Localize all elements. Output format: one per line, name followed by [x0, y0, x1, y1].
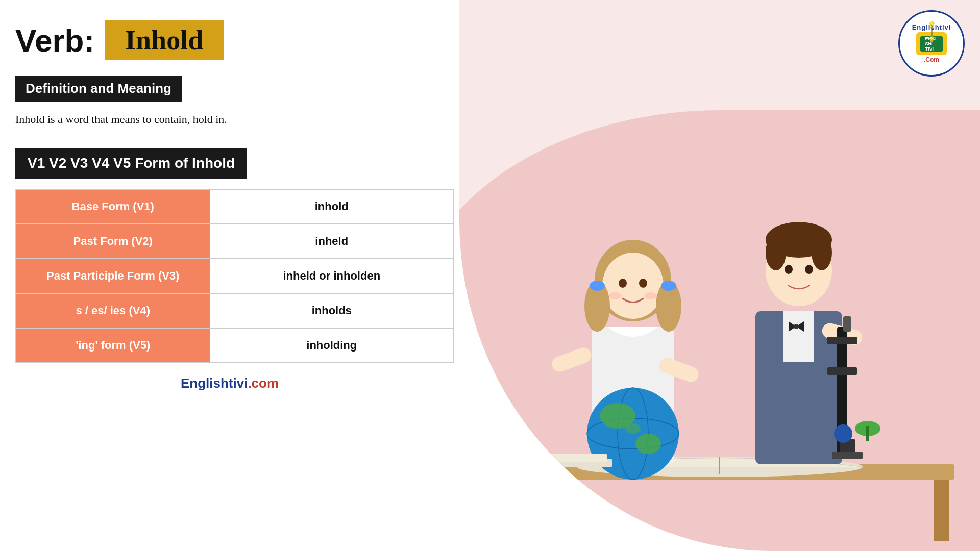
- forms-heading-box: V1 V2 V3 V4 V5 Form of Inhold: [15, 148, 444, 189]
- verb-label: Verb:: [15, 22, 94, 59]
- svg-point-34: [805, 265, 813, 274]
- forms-heading: V1 V2 V3 V4 V5 Form of Inhold: [15, 148, 247, 179]
- form-label-cell: Past Participle Form (V3): [16, 259, 210, 293]
- svg-rect-37: [827, 337, 857, 344]
- svg-point-12: [619, 279, 627, 288]
- form-value-cell: inhold: [210, 189, 454, 224]
- form-label-cell: s / es/ ies (V4): [16, 293, 210, 328]
- svg-rect-16: [550, 345, 593, 374]
- logo-circle: Englishtivi 💡 ENGLSHTIVI .Com: [898, 10, 965, 77]
- svg-rect-41: [843, 316, 851, 332]
- form-value-cell: inheld: [210, 224, 454, 259]
- logo-tv: 💡 ENGLSHTIVI: [916, 32, 947, 55]
- svg-point-14: [609, 292, 621, 299]
- svg-point-10: [590, 281, 605, 291]
- svg-rect-44: [866, 426, 869, 441]
- svg-point-22: [635, 434, 661, 454]
- svg-point-32: [812, 235, 832, 270]
- svg-point-13: [639, 279, 647, 288]
- table-row: Past Form (V2)inheld: [16, 224, 454, 259]
- table-row: 'ing' form (V5)inholding: [16, 328, 454, 363]
- footer-brand: Englishtivi.com: [15, 375, 444, 391]
- definition-text: Inhold is a word that means to contain, …: [15, 111, 444, 128]
- form-label-cell: Past Form (V2): [16, 224, 210, 259]
- table-row: Base Form (V1)inhold: [16, 189, 454, 224]
- footer-com: .com: [248, 375, 279, 391]
- right-panel: Englishtivi 💡 ENGLSHTIVI .Com: [459, 0, 980, 551]
- definition-heading: Definition and Meaning: [15, 76, 182, 102]
- svg-point-42: [834, 424, 852, 443]
- svg-point-28: [794, 324, 799, 329]
- verb-header: Verb: Inhold: [15, 20, 444, 60]
- footer-english: Englishtivi: [181, 375, 248, 391]
- logo-text-bottom: .Com: [924, 56, 939, 63]
- svg-point-33: [785, 265, 793, 274]
- right-panel-inner: Englishtivi 💡 ENGLSHTIVI .Com: [459, 0, 980, 551]
- table-row: Past Participle Form (V3)inheld or inhol…: [16, 259, 454, 293]
- svg-rect-46: [526, 454, 607, 462]
- table-row: s / es/ ies (V4)inholds: [16, 293, 454, 328]
- form-value-cell: inholding: [210, 328, 454, 363]
- svg-rect-38: [827, 367, 857, 375]
- svg-rect-2: [934, 480, 949, 541]
- svg-point-23: [625, 423, 641, 434]
- verb-word-box: Inhold: [105, 20, 224, 60]
- form-label-cell: Base Form (V1): [16, 189, 210, 224]
- form-label-cell: 'ing' form (V5): [16, 328, 210, 363]
- verb-forms-table: Base Form (V1)inholdPast Form (V2)inheld…: [15, 189, 454, 363]
- form-value-cell: inholds: [210, 293, 454, 328]
- svg-rect-40: [832, 452, 863, 459]
- svg-point-11: [661, 281, 676, 291]
- form-value-cell: inheld or inholden: [210, 259, 454, 293]
- left-panel: Verb: Inhold Definition and Meaning Inho…: [0, 0, 459, 551]
- svg-rect-25: [783, 311, 814, 362]
- svg-point-7: [602, 253, 664, 319]
- kids-illustration: [459, 133, 980, 551]
- svg-point-15: [645, 292, 657, 299]
- definition-heading-box: Definition and Meaning: [15, 76, 444, 111]
- svg-point-31: [766, 235, 786, 270]
- kids-photo: [459, 83, 980, 551]
- logo-tv-antenna: 💡: [928, 26, 936, 44]
- svg-rect-1: [490, 480, 505, 541]
